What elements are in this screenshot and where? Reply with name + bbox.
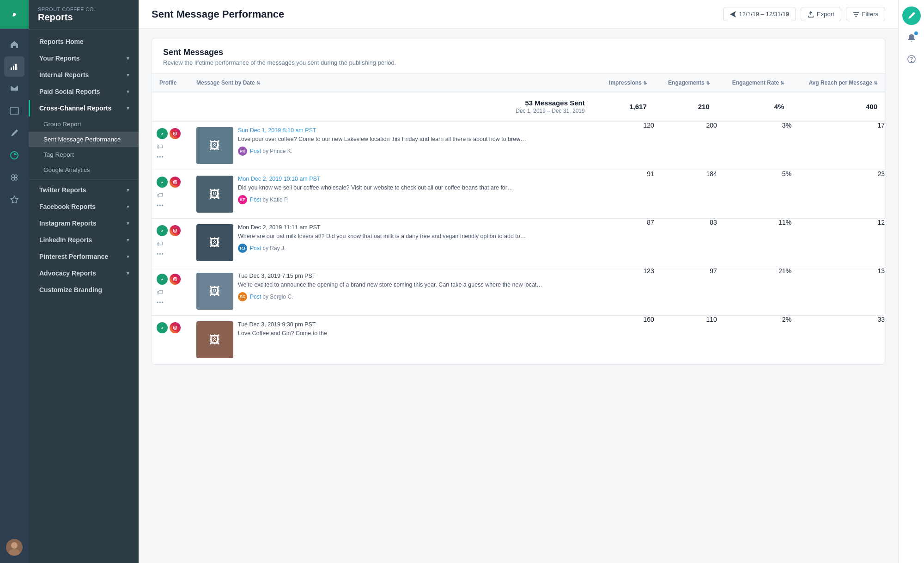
summary-engagement-rate: 4%: [717, 92, 791, 121]
row1-author-link[interactable]: Post: [250, 148, 261, 154]
tag-icon-2[interactable]: 🏷: [157, 191, 163, 199]
tag-icon-1[interactable]: 🏷: [157, 143, 163, 150]
logo-area[interactable]: [0, 0, 29, 29]
sidebar-item-google-analytics[interactable]: Google Analytics: [29, 162, 139, 177]
th-avg-reach[interactable]: Avg Reach per Message ⇅: [791, 74, 885, 92]
row1-thumbnail: 🖼: [196, 127, 233, 164]
svg-point-18: [176, 132, 176, 132]
nav-label-reports-home: Reports Home: [39, 38, 84, 45]
sprout-icon-5: [157, 322, 168, 333]
nav-label-facebook: Facebook Reports: [39, 203, 96, 210]
svg-point-20: [172, 179, 178, 185]
company-name: Sprout Coffee Co.: [38, 6, 129, 12]
content-body: Sent Messages Review the lifetime perfor…: [139, 29, 898, 563]
rail-messages-icon[interactable]: [4, 79, 24, 99]
sidebar-item-cross-channel[interactable]: Cross-Channel Reports ▾: [29, 100, 139, 116]
send-icon: [730, 11, 736, 18]
rail-apps-icon[interactable]: [4, 167, 24, 188]
sprout-icon-2: [157, 177, 168, 188]
sidebar-item-instagram[interactable]: Instagram Reports ▾: [29, 215, 139, 232]
date-range-button[interactable]: 12/1/19 – 12/31/19: [723, 7, 796, 21]
svg-point-38: [176, 326, 176, 326]
sprout-icon-3: [157, 225, 168, 236]
sidebar-item-your-reports[interactable]: Your Reports ▾: [29, 50, 139, 67]
row2-engagements: 184: [654, 170, 717, 219]
table-row: 🖼 Tue Dec 3, 2019 9:30 pm PST Love Coffe…: [152, 316, 885, 364]
chevron-paid-social-icon: ▾: [127, 89, 129, 95]
sidebar-item-customize-branding[interactable]: Customize Branding: [29, 282, 139, 298]
instagram-icon-2: [170, 177, 181, 188]
export-button[interactable]: Export: [801, 7, 841, 21]
sidebar-item-internal-reports[interactable]: Internal Reports ▾: [29, 67, 139, 83]
table-body: 53 Messages Sent Dec 1, 2019 – Dec 31, 2…: [152, 92, 885, 364]
nav-label-group-report: Group Report: [43, 121, 81, 128]
rail-user-avatar[interactable]: [6, 539, 23, 556]
sidebar-item-sent-message-performance[interactable]: Sent Message Performance: [29, 132, 139, 147]
tag-icon-3[interactable]: 🏷: [157, 240, 163, 247]
row5-content: Tue Dec 3, 2019 9:30 pm PST Love Coffee …: [238, 321, 585, 338]
nav-label-pinterest: Pinterest Performance: [39, 253, 108, 260]
rail-analytics-icon[interactable]: [4, 145, 24, 165]
filters-button[interactable]: Filters: [846, 7, 885, 21]
sidebar-item-facebook[interactable]: Facebook Reports ▾: [29, 198, 139, 215]
sidebar-item-pinterest[interactable]: Pinterest Performance ▾: [29, 248, 139, 265]
sidebar-item-group-report[interactable]: Group Report: [29, 116, 139, 132]
nav-label-instagram: Instagram Reports: [39, 220, 97, 227]
row5-thumbnail: 🖼: [196, 321, 233, 358]
row5-engagement-rate: 2%: [717, 316, 791, 364]
svg-point-15: [172, 130, 178, 137]
summary-profile-cell: [152, 92, 189, 121]
table-row: 🏷 ••• 🖼 Sun Dec 1, 2019 8:10 am PST: [152, 121, 885, 170]
row3-content-cell: 🖼 Mon Dec 2, 2019 11:11 am PST Where are…: [189, 219, 592, 267]
row5-avg-reach: 33: [791, 316, 885, 364]
sidebar-item-tag-report[interactable]: Tag Report: [29, 147, 139, 162]
compose-button[interactable]: [902, 6, 921, 25]
summary-messages-sent: 53 Messages Sent: [196, 99, 585, 107]
sidebar-item-linkedin[interactable]: LinkedIn Reports ▾: [29, 232, 139, 248]
th-impressions[interactable]: Impressions ⇅: [592, 74, 654, 92]
more-icon-4[interactable]: •••: [157, 300, 164, 306]
sidebar-item-reports-home[interactable]: Reports Home: [29, 33, 139, 50]
row4-avg-reach: 13: [791, 267, 885, 316]
rail-compose-icon[interactable]: [4, 123, 24, 143]
th-engagement-rate[interactable]: Engagement Rate ⇅: [717, 74, 791, 92]
row1-content-cell: 🖼 Sun Dec 1, 2019 8:10 am PST Love pour …: [189, 121, 592, 170]
rail-reports-icon[interactable]: [4, 56, 24, 77]
svg-point-30: [172, 276, 178, 282]
row2-date[interactable]: Mon Dec 2, 2019 10:10 am PST: [238, 176, 585, 182]
row3-author: RJ Post by Ray J.: [238, 244, 585, 253]
row3-author-link[interactable]: Post: [250, 245, 261, 251]
notification-icon[interactable]: [903, 30, 920, 46]
tag-icon-4[interactable]: 🏷: [157, 288, 163, 296]
th-engagements[interactable]: Engagements ⇅: [654, 74, 717, 92]
more-icon-1[interactable]: •••: [157, 154, 164, 160]
row1-engagements: 200: [654, 121, 717, 170]
rail-star-icon[interactable]: [4, 190, 24, 210]
svg-point-8: [12, 175, 14, 177]
row4-author-link[interactable]: Post: [250, 294, 261, 300]
row1-date[interactable]: Sun Dec 1, 2019 8:10 am PST: [238, 127, 585, 134]
sidebar-item-paid-social[interactable]: Paid Social Reports ▾: [29, 83, 139, 100]
row3-thumbnail: 🖼: [196, 224, 233, 261]
more-icon-3[interactable]: •••: [157, 251, 164, 257]
nav-label-cross-channel: Cross-Channel Reports: [39, 104, 111, 112]
nav-label-paid-social: Paid Social Reports: [39, 88, 100, 95]
notification-badge: [914, 31, 918, 35]
row2-avg-reach: 23: [791, 170, 885, 219]
rail-home-icon[interactable]: [4, 34, 24, 55]
rail-tasks-icon[interactable]: [4, 101, 24, 121]
row2-author-link[interactable]: Post: [250, 196, 261, 203]
row4-author: SC Post by Sergio C.: [238, 292, 585, 301]
row4-content-cell: 🖼 Tue Dec 3, 2019 7:15 pm PST We're exci…: [189, 267, 592, 316]
sidebar-item-advocacy[interactable]: Advocacy Reports ▾: [29, 265, 139, 282]
sidebar-item-twitter[interactable]: Twitter Reports ▾: [29, 182, 139, 198]
th-message[interactable]: Message Sent by Date ⇅: [189, 74, 592, 92]
summary-message-cell: 53 Messages Sent Dec 1, 2019 – Dec 31, 2…: [189, 92, 592, 121]
row5-impressions: 160: [592, 316, 654, 364]
instagram-icon-3: [170, 225, 181, 236]
nav-label-google-analytics: Google Analytics: [43, 166, 90, 173]
table-header-row: Profile Message Sent by Date ⇅ Impressio…: [152, 74, 885, 92]
more-icon-2[interactable]: •••: [157, 202, 164, 209]
svg-point-13: [9, 549, 20, 556]
help-icon[interactable]: [903, 51, 920, 67]
